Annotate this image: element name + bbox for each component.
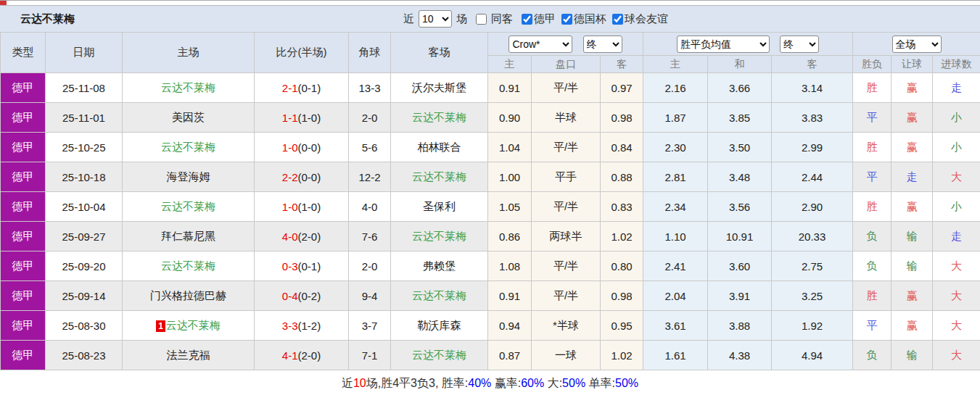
recent-count-select[interactable]: 10 [419,10,452,28]
goals-outcome: 大 [933,251,980,281]
bookmaker-stage-select[interactable]: 终 [583,36,622,53]
handicap-outcome: 输 [892,251,933,281]
home-team-name[interactable]: 云达不莱梅 [161,200,215,212]
home-team-name[interactable]: 云达不莱梅 [161,259,215,272]
filter-controls: 近 10 场 同客 德甲德国杯球会友谊 [400,6,668,32]
score-cell: 0-3(0-1) [255,251,349,281]
handicap-home-odds: 0.91 [488,73,532,103]
score-cell: 1-0(1-0) [255,192,349,222]
table-row: 德甲 25-09-20 云达不莱梅 0-3(0-1) 2-0 弗赖堡 1.08 … [1,251,980,281]
handicap-away-odds: 0.80 [601,251,643,281]
scope-select[interactable]: 全场 [892,36,942,53]
table-row: 德甲 25-08-23 法兰克福 4-1(2-0) 7-1 云达不莱梅 0.87… [1,341,980,370]
away-team-cell: 沃尔夫斯堡 [391,73,488,103]
avg-draw-odds: 3.50 [708,133,772,162]
away-team-name[interactable]: 云达不莱梅 [412,170,466,183]
match-date: 25-11-08 [46,73,123,103]
league-badge: 德甲 [1,251,46,281]
avg-home-odds: 1.10 [643,222,708,251]
sub-col-header: 让球 [892,56,933,73]
same-opponent-checkbox[interactable] [476,14,487,25]
avg-home-odds: 2.16 [643,73,708,103]
avg-away-odds: 2.44 [772,162,853,192]
score-cell: 2-1(0-1) [255,73,349,103]
handicap-away-odds: 0.88 [601,162,643,192]
home-team-name[interactable]: 美因茨 [172,111,205,123]
halftime-score: (0-0) [298,171,321,183]
league-badge: 德甲 [1,222,46,251]
fulltime-score: 2-1 [282,82,298,94]
away-team-name[interactable]: 圣保利 [423,200,456,212]
fulltime-score: 0-4 [282,290,298,302]
bookmaker-select[interactable]: Crow* [508,36,572,53]
league-badge: 德甲 [1,133,46,162]
goals-outcome: 走 [933,73,980,103]
footer-stat-segment: 近 [342,376,353,391]
home-team-name[interactable]: 云达不莱梅 [161,81,215,93]
halftime-score: (1-0) [298,112,321,124]
handicap-home-odds: 0.91 [488,281,532,311]
result-outcome: 平 [853,103,892,133]
home-team-name[interactable]: 云达不莱梅 [166,319,221,331]
corner-score: 2-0 [349,103,391,133]
avg-draw-odds: 3.48 [708,162,772,192]
avg-away-odds: 3.83 [772,103,853,133]
away-team-name[interactable]: 云达不莱梅 [412,111,466,123]
table-row: 德甲 25-11-01 美因茨 1-1(1-0) 2-0 云达不莱梅 0.90 … [1,103,980,133]
handicap-away-odds: 0.98 [601,103,643,133]
page-title: 云达不莱梅 [20,12,75,26]
title-bar: 云达不莱梅 近 10 场 同客 德甲德国杯球会友谊 [0,6,980,32]
handicap-home-odds: 1.00 [488,162,532,192]
away-team-name[interactable]: 沃尔夫斯堡 [412,81,466,93]
league-checkbox-label: 德甲 [534,12,556,26]
away-team-name[interactable]: 弗赖堡 [423,259,456,272]
goals-outcome: 小 [933,103,980,133]
league-checkbox[interactable] [612,14,623,25]
result-outcome: 胜 [853,133,892,162]
league-checkbox[interactable] [561,14,572,25]
away-team-name[interactable]: 云达不莱梅 [412,230,466,242]
footer-stat-segment: 60% [521,377,544,390]
avg-draw-odds: 3.91 [708,281,772,311]
away-team-name[interactable]: 勒沃库森 [418,319,461,331]
match-date: 25-09-27 [46,222,123,251]
home-team-name[interactable]: 法兰克福 [167,349,210,361]
league-checkbox[interactable] [522,14,532,25]
footer-stat-segment: 10 [353,377,366,390]
match-date: 25-09-20 [46,251,123,281]
average-stage-select[interactable]: 终 [780,36,819,53]
home-team-cell: 云达不莱梅 [123,251,255,281]
result-outcome: 胜 [853,73,892,103]
matches-unit-label: 场 [456,12,467,26]
handicap-away-odds: 1.02 [601,222,643,251]
corner-score: 12-2 [349,162,391,192]
home-team-name[interactable]: 云达不莱梅 [161,141,215,153]
away-team-cell: 勒沃库森 [391,311,488,341]
away-team-name[interactable]: 柏林联合 [418,141,461,153]
result-outcome: 胜 [853,281,892,311]
sub-col-header: 盘口 [532,56,601,73]
match-date: 25-11-01 [46,103,123,133]
home-team-name[interactable]: 海登海姆 [167,170,210,183]
away-team-name[interactable]: 云达不莱梅 [412,289,466,302]
match-date: 25-10-04 [46,192,123,222]
halftime-score: (1-0) [298,201,321,213]
goals-outcome: 大 [933,341,980,370]
corner-score: 13-3 [349,73,391,103]
score-cell: 0-4(0-2) [255,281,349,311]
score-cell: 1-1(1-0) [255,103,349,133]
avg-draw-odds: 10.91 [708,222,772,251]
col-header-corner: 角球 [349,33,391,73]
away-team-name[interactable]: 云达不莱梅 [412,349,466,361]
halftime-score: (0-2) [298,290,321,302]
home-team-name[interactable]: 拜仁慕尼黑 [161,230,215,242]
home-team-name[interactable]: 门兴格拉德巴赫 [150,289,226,302]
sub-col-header: 客 [772,56,853,73]
corner-score: 9-4 [349,281,391,311]
average-select[interactable]: 胜平负均值 [677,36,770,53]
away-team-cell: 云达不莱梅 [391,281,488,311]
avg-home-odds: 2.30 [643,133,708,162]
halftime-score: (0-0) [298,141,321,154]
handicap-outcome: 赢 [892,73,933,103]
handicap-home-odds: 1.08 [488,251,532,281]
